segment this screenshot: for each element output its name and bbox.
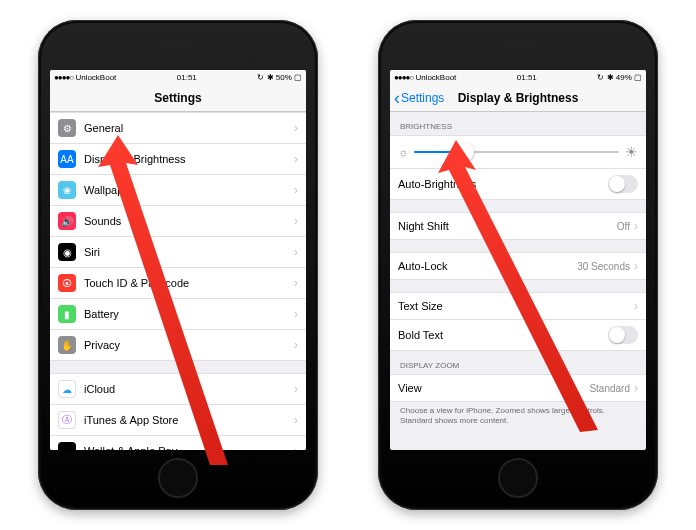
row-label: Touch ID & Passcode — [84, 277, 294, 289]
sun-large-icon: ☀ — [625, 144, 638, 160]
row-label: Wallet & Apple Pay — [84, 445, 294, 450]
settings-row-touchid[interactable]: ⦿Touch ID & Passcode› — [50, 267, 306, 298]
sun-small-icon: ☼ — [398, 146, 408, 158]
status-bar: ●●●●○ UnlockBoot 01:51 ↻ ✱ 50% ▢ — [50, 70, 306, 84]
settings-row-general[interactable]: ⚙General› — [50, 112, 306, 143]
settings-row-siri[interactable]: ◉Siri› — [50, 236, 306, 267]
icloud-icon: ☁ — [58, 380, 76, 398]
wallet-icon: ▭ — [58, 442, 76, 450]
row-label: Display & Brightness — [84, 153, 294, 165]
chevron-right-icon: › — [294, 183, 298, 197]
chevron-right-icon: › — [294, 444, 298, 450]
brightness-header: Brightness — [390, 112, 646, 135]
chevron-right-icon: › — [294, 121, 298, 135]
settings-row-battery[interactable]: ▮Battery› — [50, 298, 306, 329]
settings-row-wallpaper[interactable]: ❀Wallpaper› — [50, 174, 306, 205]
wallpaper-icon: ❀ — [58, 181, 76, 199]
brightness-slider-row: ☼ ☀ — [390, 135, 646, 168]
settings-row-privacy[interactable]: ✋Privacy› — [50, 329, 306, 361]
auto-lock-row[interactable]: Auto-Lock 30 Seconds › — [390, 252, 646, 280]
row-label: Privacy — [84, 339, 294, 351]
status-bar: ●●●●○ UnlockBoot 01:51 ↻ ✱ 49% ▢ — [390, 70, 646, 84]
view-row[interactable]: View Standard › — [390, 374, 646, 402]
display-icon: AA — [58, 150, 76, 168]
display-zoom-header: Display Zoom — [390, 351, 646, 374]
chevron-right-icon: › — [294, 307, 298, 321]
auto-brightness-toggle[interactable] — [608, 175, 638, 193]
auto-brightness-row[interactable]: Auto-Brightness — [390, 168, 646, 200]
bold-text-toggle[interactable] — [608, 326, 638, 344]
page-title: Display & Brightness — [390, 91, 646, 105]
row-label: Wallpaper — [84, 184, 294, 196]
row-label: Siri — [84, 246, 294, 258]
settings-row-itunes[interactable]: ⒶiTunes & App Store› — [50, 404, 306, 435]
chevron-right-icon: › — [294, 413, 298, 427]
chevron-right-icon: › — [294, 152, 298, 166]
row-label: General — [84, 122, 294, 134]
text-size-row[interactable]: Text Size › — [390, 292, 646, 319]
chevron-right-icon: › — [634, 381, 638, 395]
chevron-right-icon: › — [294, 276, 298, 290]
row-label: Battery — [84, 308, 294, 320]
home-button[interactable] — [158, 458, 198, 498]
chevron-right-icon: › — [294, 338, 298, 352]
phone-right: ●●●●○ UnlockBoot 01:51 ↻ ✱ 49% ▢ Setting… — [378, 20, 658, 510]
bold-text-row[interactable]: Bold Text — [390, 319, 646, 351]
chevron-right-icon: › — [294, 214, 298, 228]
row-label: iTunes & App Store — [84, 414, 294, 426]
chevron-right-icon: › — [634, 299, 638, 313]
chevron-right-icon: › — [294, 245, 298, 259]
night-shift-row[interactable]: Night Shift Off › — [390, 212, 646, 240]
page-title: Settings — [50, 91, 306, 105]
phone-left: ●●●●○ UnlockBoot 01:51 ↻ ✱ 50% ▢ Setting… — [38, 20, 318, 510]
home-button[interactable] — [498, 458, 538, 498]
siri-icon: ◉ — [58, 243, 76, 261]
battery-icon: ▮ — [58, 305, 76, 323]
settings-row-sounds[interactable]: 🔊Sounds› — [50, 205, 306, 236]
navbar: Settings Display & Brightness — [390, 84, 646, 112]
row-label: Sounds — [84, 215, 294, 227]
navbar: Settings — [50, 84, 306, 112]
settings-row-display[interactable]: AADisplay & Brightness› — [50, 143, 306, 174]
display-zoom-footer: Choose a view for iPhone. Zoomed shows l… — [390, 402, 646, 431]
itunes-icon: Ⓐ — [58, 411, 76, 429]
chevron-right-icon: › — [634, 259, 638, 273]
settings-row-wallet[interactable]: ▭Wallet & Apple Pay› — [50, 435, 306, 450]
row-label: iCloud — [84, 383, 294, 395]
general-icon: ⚙ — [58, 119, 76, 137]
chevron-right-icon: › — [634, 219, 638, 233]
settings-row-icloud[interactable]: ☁iCloud› — [50, 373, 306, 404]
brightness-slider[interactable] — [414, 151, 619, 153]
chevron-right-icon: › — [294, 382, 298, 396]
sounds-icon: 🔊 — [58, 212, 76, 230]
privacy-icon: ✋ — [58, 336, 76, 354]
touchid-icon: ⦿ — [58, 274, 76, 292]
